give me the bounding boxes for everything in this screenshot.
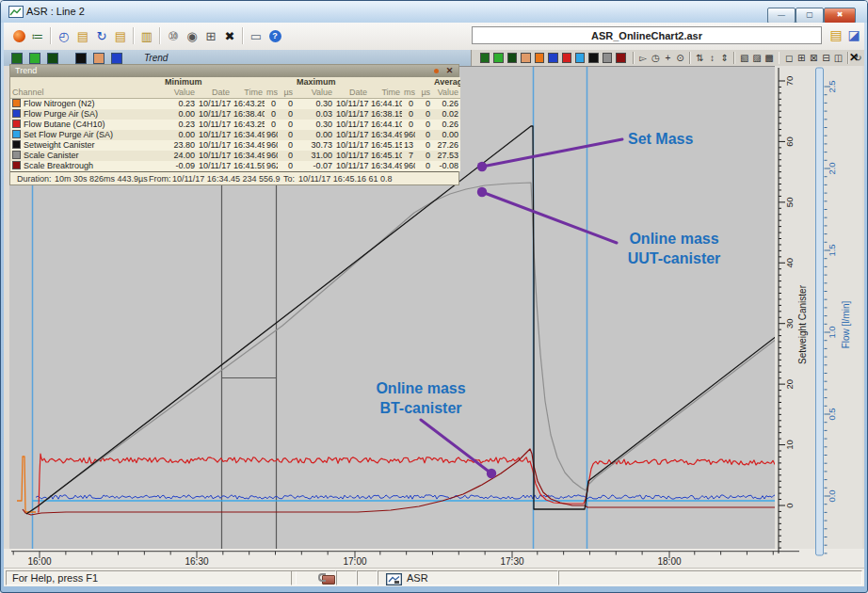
legend-row[interactable]: Setweight Canister23.8010/11/1716:34.499… <box>10 140 460 151</box>
legend-value: 0.30 <box>295 120 334 130</box>
legend-value: 0 <box>415 151 432 161</box>
connect-icon[interactable] <box>9 26 28 45</box>
channel-color-swatch <box>12 120 21 128</box>
print-icon[interactable]: ▭ <box>247 26 265 45</box>
legend-value: 16:34.49 <box>232 140 265 151</box>
time-setup-icon[interactable]: ◴ <box>55 26 73 45</box>
layout-horizontal-icon[interactable]: ⊟ <box>820 52 832 65</box>
legend-panel[interactable]: Trend ◌ ✕ MinimumMaximumAverageChannelVa… <box>9 64 459 185</box>
setweight-tick-label: 30 <box>784 318 795 329</box>
channel-color-swatch[interactable] <box>111 53 122 64</box>
legend-value: 10/11/17 <box>334 120 369 130</box>
channel-color-swatch[interactable] <box>603 53 612 63</box>
annotation-text: UUT-canister <box>628 250 721 266</box>
title-bar[interactable]: ASR : Line 2 —▢✖ <box>1 1 867 23</box>
channel-color-swatch[interactable] <box>588 53 598 63</box>
autoscale-icon[interactable]: ⇕ <box>718 52 731 65</box>
status-bar: For Help, press F1 ASR <box>4 568 864 586</box>
day-view-icon[interactable]: ⑩ <box>164 26 183 45</box>
minimize-button[interactable]: — <box>767 8 796 24</box>
help-icon[interactable]: ? <box>265 26 284 45</box>
pan-chart-icon[interactable]: ▨ <box>750 52 763 65</box>
channel-color-swatch[interactable] <box>535 53 544 63</box>
open-chart-icon[interactable]: ▤ <box>828 26 844 43</box>
setweight-tick-label: 50 <box>784 198 795 208</box>
value-axes[interactable]: 010203040506070Setweight Canister0.00.51… <box>775 66 862 563</box>
layout-single-icon[interactable]: ◻ <box>782 52 795 65</box>
scale-y-icon[interactable]: ↕ <box>706 52 718 65</box>
trend-tab-label: Trend <box>144 53 168 63</box>
legend-close-icon[interactable]: ✕ <box>444 66 455 76</box>
legend-value: 10/11/17 <box>334 99 369 110</box>
trend-close-icon[interactable]: ✕ <box>849 51 859 64</box>
channel-color-swatch[interactable] <box>575 53 585 63</box>
delete-icon[interactable]: ✖ <box>220 26 239 45</box>
pan-icon[interactable]: + <box>662 52 674 65</box>
legend-row[interactable]: Scale Canister24.0010/11/1716:34.4996003… <box>10 151 460 161</box>
legend-value: 16:38.15 <box>369 109 402 120</box>
legend-column-header: µs <box>278 88 295 99</box>
x-tick-label: 17:30 <box>500 556 523 567</box>
legend-value: 13 <box>402 140 415 151</box>
legend-value: 10/11/17 <box>334 151 369 161</box>
channel-list-icon[interactable]: ≔ <box>28 26 47 45</box>
channel-color-swatch[interactable] <box>616 53 625 63</box>
layout-grid-icon[interactable]: ⊞ <box>796 52 808 65</box>
channel-color-swatch[interactable] <box>93 53 104 64</box>
setweight-tick-label: 20 <box>784 379 795 390</box>
legend-value: 962 <box>265 161 278 171</box>
reset-chart-icon[interactable]: ▩ <box>763 52 775 65</box>
channel-color-swatch[interactable] <box>75 53 87 64</box>
legend-value: 16:34.49 <box>232 151 265 161</box>
zoom-chart-icon[interactable]: ▧ <box>738 52 750 65</box>
toolbar-separator <box>779 52 780 64</box>
legend-value: 0.26 <box>432 99 460 110</box>
legend-value: 0 <box>278 130 295 140</box>
channel-color-swatch[interactable] <box>493 53 503 63</box>
legend-value: 0 <box>278 151 295 161</box>
open-template-icon[interactable]: ▤ <box>73 26 92 45</box>
close-button[interactable]: ✖ <box>824 8 856 24</box>
legend-target-icon[interactable]: ◌ <box>431 66 442 76</box>
legend-column-header: ms <box>265 88 278 99</box>
x-tick-label: 18:00 <box>657 556 681 567</box>
zoom-icon[interactable]: ⊙ <box>674 52 686 65</box>
legend-row[interactable]: Flow Butane (C4H10)0.2310/11/1716:43.250… <box>10 120 460 130</box>
legend-header[interactable]: Trend ◌ ✕ <box>10 65 458 77</box>
filename-input[interactable] <box>472 26 822 44</box>
legend-row[interactable]: Flow Purge Air (SA)0.0010/11/1716:38.400… <box>10 109 460 120</box>
zoom-view-icon[interactable]: ◉ <box>183 26 201 45</box>
channel-color-swatch[interactable] <box>562 53 571 63</box>
channel-color-swatch[interactable] <box>11 53 23 64</box>
legend-value: 0 <box>402 99 415 110</box>
legend-row[interactable]: Scale Breaktrough-0.0910/11/1716:41.5996… <box>10 161 460 171</box>
channel-color-swatch[interactable] <box>507 53 517 63</box>
channel-color-swatch[interactable] <box>480 53 490 63</box>
window-title: ASR : Line 2 <box>26 6 85 17</box>
layout-vertical-icon[interactable]: ◫ <box>832 52 844 65</box>
legend-row[interactable]: Flow Nitrogen (N2)0.2310/11/1716:43.2500… <box>10 99 460 110</box>
legend-row[interactable]: Set Flow Purge Air (SA)0.0010/11/1716:34… <box>10 130 460 140</box>
reload-icon[interactable]: ↻ <box>92 26 111 45</box>
legend-value: 16:34.49 <box>369 161 402 171</box>
flow-tick-label: 1.0 <box>827 326 837 338</box>
legend-value: 0.23 <box>163 99 197 110</box>
channel-color-swatch[interactable] <box>521 53 530 63</box>
open-file-icon[interactable]: ▤ <box>111 26 130 45</box>
legend-value: -0.08 <box>432 161 460 171</box>
channel-color-swatch[interactable] <box>548 53 557 63</box>
table-view-icon[interactable]: ⊞ <box>201 26 220 45</box>
channel-color-swatch[interactable] <box>29 53 40 64</box>
flow-axis-track[interactable] <box>816 68 824 555</box>
time-cursor-icon[interactable]: ◷ <box>650 52 662 65</box>
legend-value: 30.73 <box>295 140 334 151</box>
layout-overlay-icon[interactable]: ⊠ <box>808 52 820 65</box>
save-file-icon[interactable]: ▥ <box>137 26 156 45</box>
maximize-button[interactable]: ▢ <box>796 8 824 24</box>
save-chart-icon[interactable]: ◪ <box>845 26 862 43</box>
select-cursor-icon[interactable]: ▻ <box>637 52 650 65</box>
channel-color-swatch[interactable] <box>47 53 58 64</box>
legend-column-header: Date <box>334 88 369 99</box>
fit-y-icon[interactable]: ⇅ <box>694 52 706 65</box>
legend-value: 0 <box>402 109 415 120</box>
